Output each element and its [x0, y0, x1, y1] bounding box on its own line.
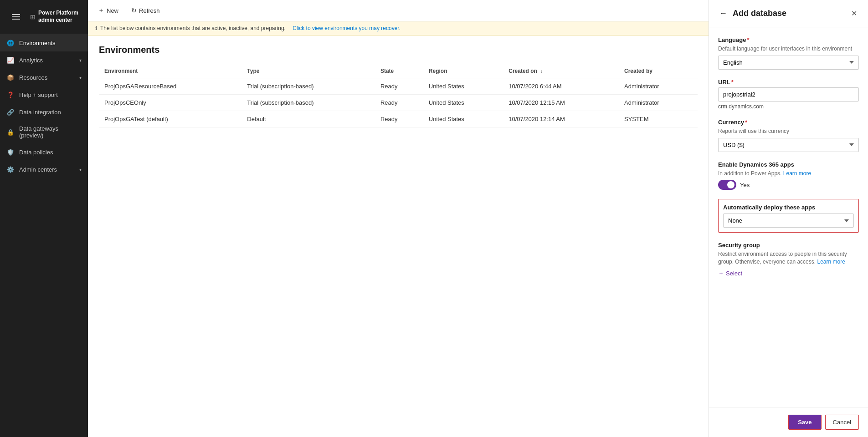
currency-select[interactable]: USD ($)EUR (€)GBP (£)JPY (¥) [718, 138, 859, 152]
col-type: Type [241, 64, 375, 78]
security-group-field-group: Security group Restrict environment acce… [718, 242, 859, 278]
sidebar-item-label: Analytics [19, 57, 75, 64]
toggle-slider [718, 180, 736, 190]
url-input[interactable] [718, 87, 859, 102]
new-button[interactable]: ＋ New [95, 5, 121, 16]
refresh-icon: ↻ [131, 7, 137, 14]
sidebar-item-label: Data policies [19, 149, 82, 156]
panel-body: Language* Default language for user inte… [709, 27, 868, 407]
sidebar-item-analytics[interactable]: 📈 Analytics ▾ [0, 51, 88, 69]
sort-icon: ↓ [540, 69, 543, 74]
cell-created_on: 10/07/2020 12:14 AM [503, 111, 619, 127]
security-group-select-button[interactable]: ＋ Select [718, 269, 742, 278]
panel-title: Add database [733, 9, 786, 18]
notification-link[interactable]: Click to view environments you may recov… [293, 25, 401, 31]
url-label: URL* [718, 79, 859, 86]
info-icon: ℹ [95, 25, 98, 31]
chevron-down-icon: ▾ [79, 58, 82, 63]
col-created-on[interactable]: Created on ↓ [503, 64, 619, 78]
auto-deploy-select[interactable]: NoneAll appsSelected apps [723, 213, 854, 228]
dynamics365-label: Enable Dynamics 365 apps [718, 161, 859, 168]
admin-icon: ⚙️ [6, 165, 15, 173]
content-area: Environments Environment Type State Regi… [88, 36, 709, 437]
sidebar-item-label: Data integration [19, 109, 82, 116]
shield-icon: 🛡️ [6, 148, 15, 156]
dynamics365-toggle[interactable] [718, 180, 736, 190]
sidebar-item-admin-centers[interactable]: ⚙️ Admin centers ▾ [0, 161, 88, 178]
url-field-group: URL* crm.dynamics.com [718, 79, 859, 110]
panel-back-button[interactable]: ← [718, 8, 728, 19]
auto-deploy-label: Automatically deploy these apps [723, 204, 854, 211]
notification-bar: ℹ The list below contains environments t… [88, 21, 709, 36]
sidebar-item-help-support[interactable]: ❓ Help + support [0, 86, 88, 103]
currency-field-group: Currency* Reports will use this currency… [718, 119, 859, 152]
refresh-button[interactable]: ↻ Refresh [128, 5, 163, 16]
panel-close-button[interactable]: ✕ [849, 7, 859, 20]
resources-icon: 📦 [6, 73, 15, 81]
auto-deploy-field-group: Automatically deploy these apps NoneAll … [718, 199, 859, 233]
sidebar: ⊞ Power Platform admin center 🌐 Environm… [0, 0, 88, 437]
sidebar-item-label: Admin centers [19, 166, 75, 173]
data-icon: 🔗 [6, 108, 15, 116]
chevron-down-icon: ▾ [79, 167, 82, 172]
refresh-button-label: Refresh [139, 7, 160, 14]
language-select[interactable]: EnglishFrenchGermanSpanishJapanese [718, 56, 859, 70]
language-label: Language* [718, 36, 859, 43]
cell-environment: ProjOpsCEOnly [99, 95, 241, 111]
close-icon: ✕ [851, 10, 857, 17]
cell-created_on: 10/07/2020 12:15 AM [503, 95, 619, 111]
language-description: Default language for user interfaces in … [718, 45, 859, 53]
panel-footer: Save Cancel [709, 407, 868, 437]
plus-icon: ＋ [98, 6, 104, 15]
sidebar-nav: 🌐 Environments 📈 Analytics ▾ 📦 Resources… [0, 34, 88, 437]
cell-environment: ProjOpsGAResourceBased [99, 78, 241, 95]
dynamics365-toggle-label: Yes [740, 182, 750, 188]
cell-state: Ready [375, 111, 423, 127]
grid-icon: ⊞ [30, 13, 36, 20]
table-row[interactable]: ProjOpsGAResourceBasedTrial (subscriptio… [99, 78, 698, 95]
sidebar-item-label: Environments [19, 40, 82, 46]
back-arrow-icon: ← [719, 9, 727, 18]
security-group-learn-more-link[interactable]: Learn more [817, 259, 845, 265]
col-region: Region [423, 64, 503, 78]
gateway-icon: 🔒 [6, 128, 15, 136]
currency-description: Reports will use this currency [718, 127, 859, 135]
cancel-button[interactable]: Cancel [825, 415, 859, 430]
sidebar-item-resources[interactable]: 📦 Resources ▾ [0, 69, 88, 86]
cell-state: Ready [375, 95, 423, 111]
cell-created_on: 10/07/2020 6:44 AM [503, 78, 619, 95]
dynamics365-learn-more-link[interactable]: Learn more [783, 170, 811, 177]
sidebar-item-label: Data gateways (preview) [19, 125, 82, 139]
globe-icon: 🌐 [6, 39, 15, 47]
dynamics365-field-group: Enable Dynamics 365 apps In addition to … [718, 161, 859, 190]
notification-message: The list below contains environments tha… [100, 25, 286, 31]
app-title: Power Platform admin center [38, 10, 82, 24]
table-row[interactable]: ProjOpsCEOnlyTrial (subscription-based)R… [99, 95, 698, 111]
add-database-panel: ← Add database ✕ Language* Default langu… [709, 0, 868, 437]
sidebar-item-data-gateways[interactable]: 🔒 Data gateways (preview) [0, 121, 88, 143]
sidebar-item-data-integration[interactable]: 🔗 Data integration [0, 103, 88, 121]
plus-icon: ＋ [718, 269, 724, 278]
select-label: Select [726, 270, 742, 277]
sidebar-item-data-policies[interactable]: 🛡️ Data policies [0, 143, 88, 161]
cell-created_by: Administrator [619, 95, 698, 111]
cell-type: Default [241, 111, 375, 127]
sidebar-item-label: Resources [19, 74, 75, 81]
cell-type: Trial (subscription-based) [241, 78, 375, 95]
panel-title-row: ← Add database [718, 8, 786, 19]
panel-header: ← Add database ✕ [709, 0, 868, 27]
sidebar-header: ⊞ Power Platform admin center [0, 0, 88, 34]
security-group-label: Security group [718, 242, 859, 249]
sidebar-item-environments[interactable]: 🌐 Environments [0, 34, 88, 51]
col-state: State [375, 64, 423, 78]
table-row[interactable]: ProjOpsGATest (default)DefaultReadyUnite… [99, 111, 698, 127]
hamburger-button[interactable] [5, 6, 26, 27]
currency-label: Currency* [718, 119, 859, 126]
sidebar-item-label: Help + support [19, 91, 82, 98]
security-group-description: Restrict environment access to people in… [718, 250, 859, 266]
dynamics365-description: In addition to Power Apps. Learn more [718, 170, 859, 178]
language-field-group: Language* Default language for user inte… [718, 36, 859, 70]
page-title: Environments [99, 45, 698, 55]
cell-type: Trial (subscription-based) [241, 95, 375, 111]
save-button[interactable]: Save [788, 415, 821, 430]
